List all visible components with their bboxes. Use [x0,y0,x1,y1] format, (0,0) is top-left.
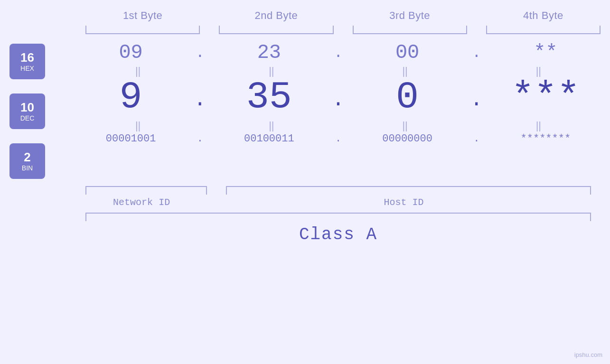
top-bracket-2 [219,26,333,34]
class-section: Class A [0,213,610,244]
class-label-row: Class A [76,225,601,244]
bottom-brackets-row [76,186,601,195]
hex-badge: 16 HEX [9,44,45,79]
sep-row-2: || || || || [66,119,610,133]
host-id-label: Host ID [207,197,601,208]
bin-badge-number: 2 [24,151,30,163]
top-bracket-4 [486,26,601,34]
dec-dot-1: . [190,88,209,116]
sep-2-3: || [338,120,472,132]
top-brackets [0,26,610,34]
hex-dot-3: . [467,44,486,62]
dec-byte-1: 9 [71,78,190,116]
sep-2-2: || [205,120,338,132]
dec-byte-3: 0 [348,78,467,116]
byte-header-2: 2nd Byte [209,9,343,22]
bin-dot-1: . [190,133,209,145]
hex-byte-4: ** [486,41,605,64]
bin-badge: 2 BIN [9,143,45,179]
dec-row: 9 . 35 . 0 . *** [66,78,610,119]
main-container: 1st Byte 2nd Byte 3rd Byte 4th Byte 16 H… [0,0,610,364]
bin-byte-1: 00001001 [71,133,190,145]
dec-dot-3: . [467,88,486,116]
hex-badge-number: 16 [20,51,34,64]
bin-byte-2: 00100011 [209,133,328,145]
dec-badge: 10 DEC [9,93,45,129]
hex-byte-1: 09 [71,41,190,64]
class-bracket [76,213,601,221]
byte-header-1: 1st Byte [76,9,209,22]
hex-dot-1: . [190,44,209,62]
bin-byte-4: ******** [486,133,605,145]
network-id-label: Network ID [76,197,207,208]
bin-dot-3: . [467,133,486,145]
hex-row: 09 . 23 . 00 . ** [66,41,610,64]
badges-column: 16 HEX 10 DEC 2 BIN [0,39,66,184]
bin-badge-label: BIN [22,164,33,172]
sep-2-1: || [71,120,205,132]
dec-badge-number: 10 [20,101,34,113]
sep-2-4: || [472,120,605,132]
hex-badge-label: HEX [20,65,34,72]
host-bracket [226,186,591,195]
watermark: ipshu.com [574,351,602,358]
dec-byte-2: 35 [209,78,328,116]
byte-header-3: 3rd Byte [343,9,477,22]
bin-byte-3: 00000000 [348,133,467,145]
dec-byte-4: *** [486,78,605,116]
dec-badge-label: DEC [20,114,35,122]
bin-dot-2: . [329,133,348,145]
top-bracket-1 [85,26,200,34]
id-labels-row: Network ID Host ID [76,197,601,208]
dec-dot-2: . [329,88,348,116]
bottom-section: Network ID Host ID [0,186,610,208]
hex-dot-2: . [329,44,348,62]
byte-headers: 1st Byte 2nd Byte 3rd Byte 4th Byte [0,9,610,22]
values-area: 09 . 23 . 00 . ** || || || || [66,39,610,184]
main-grid: 16 HEX 10 DEC 2 BIN 09 . 23 [0,39,610,184]
hex-byte-2: 23 [209,41,328,64]
network-bracket [85,186,207,195]
byte-header-4: 4th Byte [477,9,610,22]
bin-row: 00001001 . 00100011 . 00000000 . *******… [66,133,610,145]
class-label: Class A [299,225,377,244]
hex-byte-3: 00 [348,41,467,64]
top-bracket-3 [353,26,467,34]
